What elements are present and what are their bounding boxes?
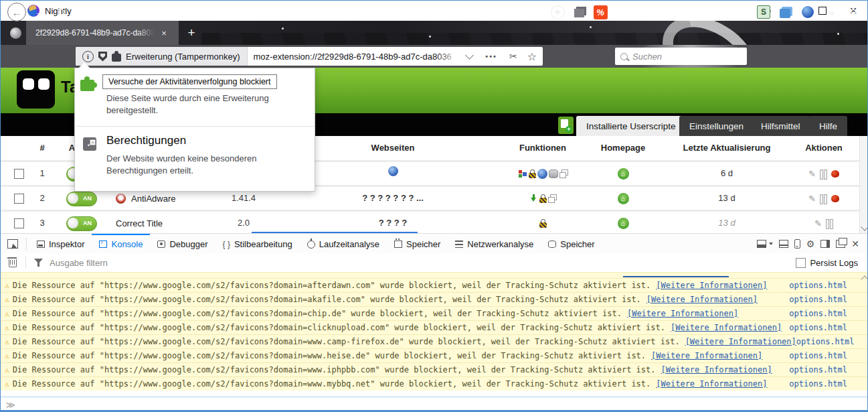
sidebar-button[interactable] (570, 1, 588, 23)
row-checkbox[interactable] (14, 194, 24, 204)
pocket-save-button[interactable]: + (548, 1, 567, 23)
clear-console-icon[interactable] (9, 259, 17, 267)
console-scrollbar[interactable] (859, 272, 868, 397)
hamburger-menu-button[interactable]: ≡ (844, 1, 864, 23)
devtools-tab-netzwerkanalyse[interactable]: Netzwerkanalyse (448, 234, 541, 253)
persist-logs-option[interactable]: Persist Logs (796, 258, 867, 268)
filter-input[interactable]: Ausgabe filtern (50, 258, 108, 268)
warning-message: Die Ressource auf "https://www.google.co… (13, 295, 641, 304)
learn-more-link[interactable]: [Weitere Informationen] (651, 351, 762, 360)
row-checkbox[interactable] (14, 218, 24, 228)
scroll-down-arrow-icon[interactable] (861, 223, 868, 230)
features-cell (506, 212, 580, 234)
home-icon[interactable]: ⌂ (618, 218, 629, 229)
url-text[interactable]: moz-extension://2f2929d8-6791-48b9-ad7c-… (254, 52, 464, 62)
learn-more-link[interactable]: [Weitere Informationen] (656, 379, 767, 389)
learn-more-link[interactable]: [Weitere Informationen] (661, 365, 772, 374)
source-link[interactable]: options.html (789, 351, 847, 360)
tm-tab-installierte-userscripte[interactable]: Installierte Userscripte (576, 116, 686, 136)
devtools-tab-speicher[interactable]: Speicher (387, 234, 448, 253)
row-checkbox[interactable] (14, 169, 24, 179)
network-icon (455, 241, 463, 248)
persist-logs-checkbox[interactable] (796, 258, 806, 268)
responsive-mode-icon[interactable] (794, 239, 800, 249)
lock-icon (539, 194, 547, 203)
history-bars-icon[interactable] (820, 169, 827, 178)
learn-more-link[interactable]: [Weitere Informationen] (656, 281, 767, 290)
devtools-tab-label: Debugger (169, 239, 207, 249)
reload-button[interactable]: ↻ (53, 1, 70, 23)
enabled-toggle[interactable]: AN (66, 192, 97, 206)
scroll-up-arrow-icon[interactable] (861, 275, 868, 283)
pick-element-icon[interactable] (7, 239, 18, 249)
console-output: ⚠Die Ressource auf "https://www.google.c… (1, 272, 867, 397)
close-icon[interactable]: ✕ (851, 239, 859, 249)
back-button[interactable]: ← (7, 1, 26, 23)
lock-icon (539, 219, 547, 228)
devtools-tab-inspektor[interactable]: Inspektor (29, 234, 92, 253)
source-link[interactable]: options.html (789, 323, 847, 332)
devtools-tab-laufzeitanalyse[interactable]: Laufzeitanalyse (300, 234, 387, 253)
url-dropdown-chevron-icon[interactable] (465, 51, 474, 60)
page-scrollbar[interactable] (859, 136, 868, 233)
dock-bottom-icon[interactable] (757, 240, 766, 248)
new-tab-button[interactable]: + (181, 21, 201, 45)
identity-box[interactable]: i Erweiterung (Tampermonkey) (76, 47, 248, 66)
devtools-tab-stilbearbeitung[interactable]: { }Stilbearbeitung (215, 234, 300, 253)
edit-pencil-icon[interactable]: ✎ (808, 169, 816, 179)
bookmark-star-icon[interactable]: ☆ (527, 50, 537, 63)
script-name-cell[interactable]: Correct Title (116, 212, 163, 234)
home-icon[interactable]: ⌂ (618, 168, 629, 180)
extension-button-globe[interactable] (798, 1, 817, 23)
tm-tab-hilfsmittel[interactable]: Hilfsmittel (751, 116, 810, 136)
learn-more-link[interactable]: [Weitere Informationen] (627, 309, 738, 318)
info-icon[interactable]: i (82, 51, 94, 62)
console-warning-row: ⚠Die Ressource auf "https://www.google.c… (1, 362, 867, 376)
tm-tab-hilfe[interactable]: Hilfe (809, 116, 847, 136)
devtools-tab-debugger[interactable]: Debugger (150, 234, 215, 253)
split-console-icon[interactable] (779, 240, 788, 248)
learn-more-link[interactable]: [Weitere Informationen] (685, 337, 796, 346)
history-bars-icon[interactable] (826, 219, 833, 228)
url-bar[interactable]: i Erweiterung (Tampermonkey) moz-extensi… (76, 47, 543, 66)
extension-button-pages[interactable] (776, 1, 794, 23)
home-icon[interactable]: ⌂ (618, 193, 629, 204)
edit-pencil-icon[interactable]: ✎ (808, 194, 816, 204)
memory-icon (394, 241, 402, 248)
history-bars-icon[interactable] (820, 194, 827, 203)
screenshot-icon[interactable]: ✂ (509, 51, 517, 62)
source-link[interactable]: options.html (789, 365, 847, 374)
browser-tab[interactable]: 2f2929d8-6791-48b9-ad7c-da80360 × (26, 21, 179, 45)
warning-message: Die Ressource auf "https://www.google.co… (13, 379, 651, 389)
bug-report-icon[interactable] (831, 195, 839, 202)
source-link[interactable]: options.html (789, 281, 847, 290)
tab-close-icon[interactable]: × (156, 28, 172, 38)
console-icon (99, 241, 107, 248)
edit-pencil-icon[interactable]: ✎ (814, 218, 822, 228)
source-link[interactable]: options.html (789, 295, 847, 304)
red-extension-icon: % (594, 5, 608, 19)
source-link[interactable]: options.html (796, 337, 855, 346)
new-userscript-button[interactable]: + (558, 117, 574, 134)
tm-tab-einstellungen[interactable]: Einstellungen (679, 116, 754, 136)
extension-button-red[interactable]: % (591, 1, 610, 23)
settings-icon[interactable]: ⚙ (806, 239, 815, 249)
source-link[interactable]: options.html (789, 309, 847, 318)
page-actions-icon[interactable]: ••• (485, 52, 497, 60)
forward-button[interactable]: → (31, 1, 49, 23)
separate-window-icon[interactable] (836, 240, 845, 248)
devtools-tab-speicher[interactable]: Speicher (541, 234, 602, 253)
search-field[interactable]: Suchen (615, 48, 747, 65)
toolbar-overflow-button[interactable]: » (821, 1, 840, 23)
learn-more-link[interactable]: [Weitere Informationen] (646, 295, 758, 304)
devtools-tab-konsole[interactable]: Konsole (92, 234, 150, 253)
learn-more-link[interactable]: [Weitere Informationen] (671, 323, 782, 332)
bug-report-icon[interactable] (831, 170, 839, 178)
tracking-shield-icon[interactable] (98, 52, 107, 62)
dock-caret-icon[interactable] (769, 243, 773, 247)
dock-side-icon[interactable] (820, 240, 830, 248)
circle-plus-icon: + (551, 5, 565, 19)
extension-button-s[interactable]: S (754, 1, 773, 23)
enabled-toggle[interactable]: AN (66, 216, 97, 231)
source-link[interactable]: options.html (789, 379, 847, 389)
